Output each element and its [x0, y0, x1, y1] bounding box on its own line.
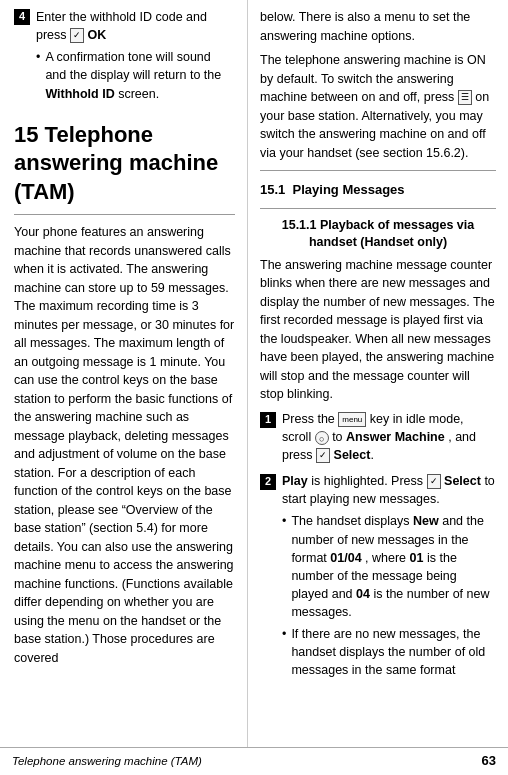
page-container: 4 Enter the withhold ID code and press ✓…	[0, 0, 508, 775]
section-15-num: 15	[14, 122, 38, 147]
bullet-item-2: • If there are no new messages, the hand…	[282, 625, 496, 679]
bullet-dot-2: •	[282, 625, 286, 679]
section-15-1-title: 15.1 Playing Messages	[260, 181, 496, 200]
step-4-ok: OK	[88, 28, 107, 42]
step-1-text1: Press the	[282, 412, 335, 426]
step-4-bullet-end: screen.	[118, 87, 159, 101]
step-2-block: 2 Play is highlighted. Press ✓ Select to…	[260, 472, 496, 679]
right-column: below. There is also a menu to set the a…	[248, 0, 508, 747]
step-2-text1: is highlighted. Press	[311, 474, 423, 488]
divider-1	[14, 214, 235, 215]
base-menu-icon: ☰	[458, 90, 472, 105]
section-15-title-line2: answering machine	[14, 150, 218, 175]
footer-title: Telephone answering machine (TAM)	[12, 753, 202, 770]
section-15-title: 15 Telephone answering machine (TAM)	[14, 121, 235, 207]
step-2-content: Play is highlighted. Press ✓ Select to s…	[282, 472, 496, 679]
menu-key-icon: menu	[338, 412, 366, 427]
play-bold: Play	[282, 474, 308, 488]
section-15-1-1-body: The answering machine message counter bl…	[260, 256, 496, 404]
divider-3	[260, 208, 496, 209]
step-1-text3: to	[332, 430, 342, 444]
select-icon-1: ✓	[316, 448, 330, 463]
select-icon-2: ✓	[427, 474, 441, 489]
section-15-1-1-title: 15.1.1 Playback of messages via handset …	[260, 217, 496, 252]
step-4-block: 4 Enter the withhold ID code and press ✓…	[14, 8, 235, 103]
footer: Telephone answering machine (TAM) 63	[0, 747, 508, 775]
step-4-number: 4	[14, 9, 30, 25]
bullet-item-1: • The handset displays New and the numbe…	[282, 512, 496, 621]
step-1-num: 1	[260, 412, 276, 428]
footer-page: 63	[482, 752, 496, 771]
section-15-title-line3: (TAM)	[14, 179, 75, 204]
step-1-content: Press the menu key in idle mode, scroll …	[282, 410, 496, 464]
ok-icon: ✓	[70, 28, 84, 43]
right-continue-text: below. There is also a menu to set the a…	[260, 8, 496, 45]
answer-machine-bold: Answer Machine	[346, 430, 445, 444]
step-4-bullet-text: A confirmation tone will sound and the d…	[45, 48, 235, 102]
section-15-heading: 15 Telephone answering machine (TAM)	[14, 121, 235, 207]
bullet-dot: •	[36, 48, 40, 102]
select-bold-2: Select	[444, 474, 481, 488]
step-4-bullet: • A confirmation tone will sound and the…	[36, 48, 235, 102]
left-body-para1: Your phone features an answering machine…	[14, 223, 235, 667]
section-15-title-line1: Telephone	[45, 122, 153, 147]
step-4-text: Enter the withhold ID code and press	[36, 10, 207, 42]
step-2-num: 2	[260, 474, 276, 490]
content-area: 4 Enter the withhold ID code and press ✓…	[0, 0, 508, 747]
bullet-2-text: If there are no new messages, the handse…	[291, 625, 496, 679]
step-1-block: 1 Press the menu key in idle mode, scrol…	[260, 410, 496, 464]
step-4-content: Enter the withhold ID code and press ✓ O…	[36, 8, 235, 103]
right-tam-on-text: The telephone answering machine is ON by…	[260, 51, 496, 162]
bullet-1-text: The handset displays New and the number …	[291, 512, 496, 621]
select-bold-1: Select	[334, 448, 371, 462]
bullet-dot-1: •	[282, 512, 286, 621]
divider-2	[260, 170, 496, 171]
withhold-id-bold: Withhold ID	[45, 87, 114, 101]
scroll-icon: ○	[315, 431, 329, 445]
left-column: 4 Enter the withhold ID code and press ✓…	[0, 0, 248, 747]
